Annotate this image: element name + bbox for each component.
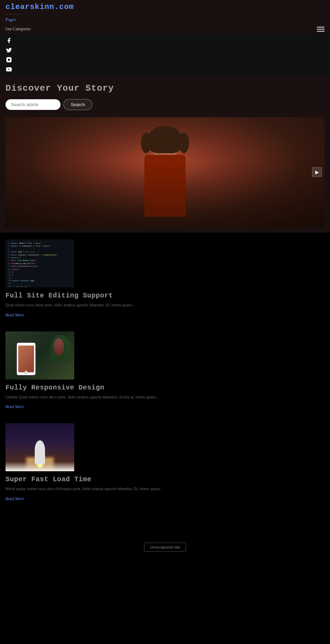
person-figure [131, 124, 199, 227]
person-hair [148, 126, 182, 153]
posts-section: 1 import React from 'react' 2 import { u… [0, 233, 330, 522]
post-image-phone [6, 331, 74, 380]
social-bar [0, 34, 330, 76]
post-excerpt-2: Clarbar Quat maloe nunc deco pore, dolor… [6, 394, 324, 400]
person-head [151, 127, 179, 158]
post-item: Super Fast Load Time Mend quate maloe nu… [6, 423, 324, 501]
tagline-line1: — — — — [6, 12, 324, 15]
nav-item-categories[interactable]: Our Categories [6, 26, 31, 32]
hero-title: Discover Your Story [6, 83, 324, 93]
footer: Unrecognized site [0, 522, 330, 558]
hamburger-menu[interactable] [317, 27, 324, 32]
hero-section: Discover Your Story Search ▶ [0, 76, 330, 233]
search-input[interactable] [6, 99, 60, 110]
search-button[interactable]: Search [63, 99, 92, 110]
post-title-2: Fully Responsive Design [6, 384, 324, 392]
post-item: Fully Responsive Design Clarbar Quat mal… [6, 331, 324, 410]
post-excerpt-3: Mend quate maloe nunc deco A tinsque por… [6, 486, 324, 492]
post-title-3: Super Fast Load Time [6, 475, 324, 483]
rocket-shape [35, 440, 45, 464]
phone-home-button [24, 371, 28, 374]
nav-items: Our Categories [6, 26, 31, 32]
hero-image: ▶ [6, 117, 324, 227]
navbar: Our Categories [0, 24, 330, 34]
twitter-icon[interactable] [6, 47, 12, 54]
read-more-2[interactable]: Read More [6, 404, 24, 409]
person-body [144, 155, 186, 217]
post-title-1: Full Site Editing Support [6, 292, 324, 300]
post-item: 1 import React from 'react' 2 import { u… [6, 239, 324, 318]
header: clearskinn.com — — — — Pages [0, 0, 330, 24]
hero-person-bg [6, 117, 324, 227]
post-image-code: 1 import React from 'react' 2 import { u… [6, 239, 74, 287]
youtube-icon[interactable] [6, 66, 12, 73]
read-more-1[interactable]: Read More [6, 313, 24, 317]
unrecognized-site-button[interactable]: Unrecognized site [144, 543, 186, 552]
instagram-icon[interactable] [6, 56, 12, 63]
post-excerpt-1: Quat maloe nunc deco pore, dolor pratica… [6, 302, 324, 308]
site-title[interactable]: clearskinn.com [6, 3, 324, 11]
facebook-icon[interactable] [6, 37, 12, 44]
hero-next-arrow[interactable]: ▶ [312, 167, 322, 177]
phone-screen [18, 346, 34, 372]
post-image-rocket [6, 423, 74, 471]
search-row: Search [6, 99, 324, 110]
phone-device [16, 342, 36, 376]
pages-link[interactable]: Pages [6, 17, 16, 22]
read-more-3[interactable]: Read More [6, 496, 24, 501]
